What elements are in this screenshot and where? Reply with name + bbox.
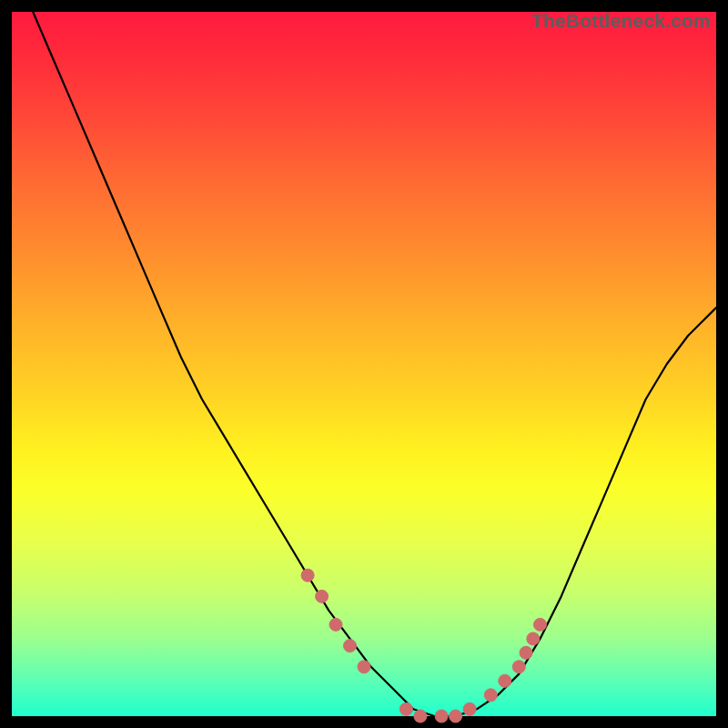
marker-dot — [527, 632, 540, 645]
highlight-markers — [301, 569, 546, 723]
marker-dot — [484, 689, 497, 702]
watermark-text: TheBottleneck.com — [531, 10, 711, 32]
marker-dot — [344, 640, 357, 652]
marker-dot — [329, 618, 342, 631]
marker-dot — [520, 646, 532, 659]
marker-dot — [301, 569, 314, 581]
marker-dot — [358, 661, 370, 673]
marker-dot — [499, 674, 511, 687]
marker-dot — [414, 710, 427, 723]
marker-dot — [534, 618, 547, 631]
chart-svg — [12, 12, 716, 716]
marker-dot — [450, 710, 462, 723]
marker-dot — [399, 703, 412, 715]
marker-dot — [316, 590, 329, 602]
marker-dot — [463, 703, 476, 715]
marker-dot — [435, 710, 448, 723]
curve-path — [12, 0, 716, 716]
marker-dot — [512, 661, 525, 673]
chart-frame: TheBottleneck.com — [12, 12, 716, 716]
bottleneck-curve — [12, 0, 716, 716]
